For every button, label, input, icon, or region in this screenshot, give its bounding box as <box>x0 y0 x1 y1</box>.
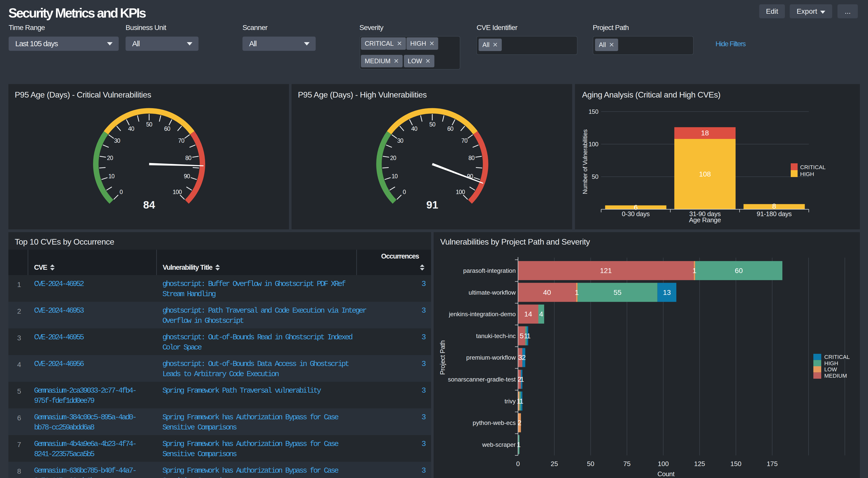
svg-text:Count: Count <box>657 470 675 478</box>
svg-text:60: 60 <box>164 126 170 132</box>
svg-text:108: 108 <box>699 170 711 178</box>
svg-text:100: 100 <box>588 141 598 147</box>
svg-text:2: 2 <box>522 353 526 362</box>
svg-text:20: 20 <box>107 155 113 161</box>
svg-text:80: 80 <box>185 155 191 161</box>
svg-text:LOW: LOW <box>824 366 837 373</box>
svg-text:70: 70 <box>178 137 184 144</box>
svg-text:trivy: trivy <box>504 398 516 405</box>
svg-text:1: 1 <box>575 288 579 297</box>
svg-text:40: 40 <box>128 126 134 132</box>
svg-text:50: 50 <box>429 121 435 128</box>
svg-text:CRITICAL: CRITICAL <box>824 354 850 360</box>
svg-text:40: 40 <box>411 126 417 132</box>
svg-text:150: 150 <box>588 108 598 115</box>
svg-text:30: 30 <box>114 137 120 144</box>
svg-text:55: 55 <box>614 288 621 297</box>
svg-text:0: 0 <box>403 189 406 195</box>
svg-text:40: 40 <box>543 288 551 297</box>
svg-text:125: 125 <box>694 460 705 468</box>
svg-text:91: 91 <box>426 199 438 211</box>
svg-text:84: 84 <box>143 199 155 211</box>
svg-text:3: 3 <box>518 353 522 362</box>
svg-text:70: 70 <box>461 137 467 144</box>
svg-text:1: 1 <box>517 441 521 448</box>
svg-text:0: 0 <box>120 189 123 195</box>
svg-text:10: 10 <box>108 173 115 179</box>
svg-text:1: 1 <box>520 375 524 383</box>
svg-text:14: 14 <box>524 310 532 318</box>
svg-text:100: 100 <box>456 189 465 195</box>
svg-text:parasoft-integration: parasoft-integration <box>463 267 516 274</box>
svg-text:175: 175 <box>767 460 777 468</box>
svg-text:30: 30 <box>397 137 403 144</box>
svg-text:1: 1 <box>693 267 697 275</box>
svg-text:5: 5 <box>520 332 524 340</box>
svg-text:python-web-ecs: python-web-ecs <box>473 419 516 426</box>
svg-text:50: 50 <box>592 173 598 180</box>
svg-text:HIGH: HIGH <box>800 171 814 177</box>
svg-text:0-30 days: 0-30 days <box>622 210 650 218</box>
svg-text:91-180 days: 91-180 days <box>757 210 792 218</box>
svg-text:10: 10 <box>392 173 398 179</box>
svg-text:100: 100 <box>173 189 182 195</box>
svg-text:1: 1 <box>527 332 531 340</box>
svg-text:18: 18 <box>701 129 709 137</box>
svg-text:jenkins-integration-demo: jenkins-integration-demo <box>448 311 516 317</box>
svg-text:MEDIUM: MEDIUM <box>824 373 847 379</box>
svg-text:ultimate-workflow: ultimate-workflow <box>469 289 516 296</box>
svg-text:tanuki-tech-inc: tanuki-tech-inc <box>476 333 516 339</box>
svg-text:20: 20 <box>390 155 396 161</box>
svg-text:50: 50 <box>146 121 152 128</box>
svg-text:60: 60 <box>735 267 743 275</box>
svg-text:75: 75 <box>623 460 630 468</box>
svg-text:25: 25 <box>551 460 558 468</box>
svg-text:Project Path: Project Path <box>439 340 446 375</box>
svg-text:100: 100 <box>658 460 669 468</box>
svg-text:CRITICAL: CRITICAL <box>800 164 826 170</box>
svg-text:HIGH: HIGH <box>824 360 838 367</box>
svg-text:Age Range: Age Range <box>689 216 721 224</box>
svg-text:1: 1 <box>520 397 524 405</box>
svg-text:50: 50 <box>587 460 594 468</box>
svg-text:web-scraper: web-scraper <box>482 441 516 448</box>
svg-text:sonarscanner-gradle-test: sonarscanner-gradle-test <box>448 376 516 383</box>
svg-text:0: 0 <box>516 460 520 468</box>
svg-text:4: 4 <box>539 310 544 318</box>
svg-text:Number of Vulnerabilities: Number of Vulnerabilities <box>582 129 588 194</box>
svg-text:60: 60 <box>447 126 454 132</box>
svg-text:13: 13 <box>663 288 671 297</box>
svg-text:8: 8 <box>772 202 776 210</box>
svg-text:150: 150 <box>731 460 741 468</box>
svg-text:80: 80 <box>468 155 474 161</box>
svg-text:premium-workflow: premium-workflow <box>466 354 516 361</box>
svg-text:90: 90 <box>184 173 190 179</box>
svg-text:121: 121 <box>600 267 612 275</box>
